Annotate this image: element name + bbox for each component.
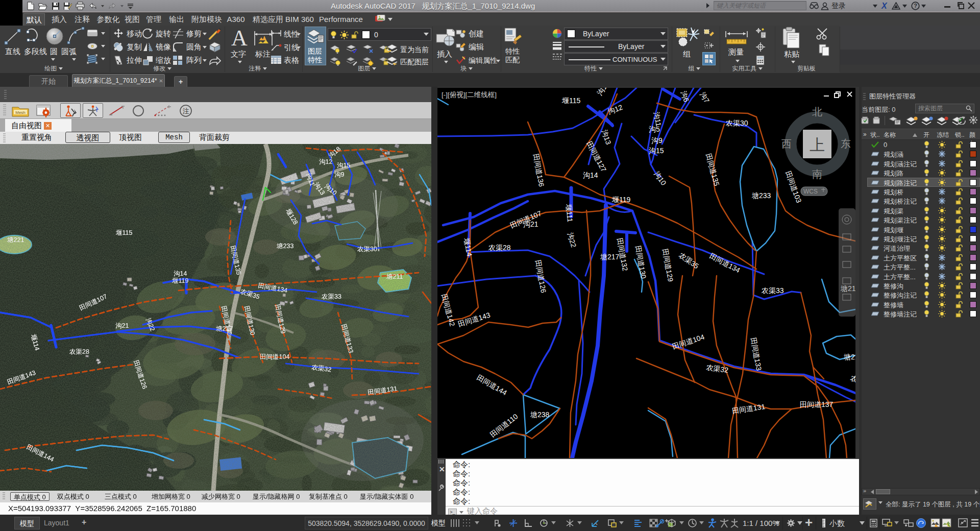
svg-text:田间道137: 田间道137 <box>800 400 834 408</box>
svg-text:沟12: 沟12 <box>319 158 332 165</box>
svg-text:注: 注 <box>183 107 189 115</box>
svg-text:塘217: 塘217 <box>600 253 620 261</box>
svg-text:东: 东 <box>841 138 851 149</box>
svg-text:农渠28: 农渠28 <box>488 244 511 252</box>
svg-text:WCS: WCS <box>803 188 818 195</box>
svg-text:塘238: 塘238 <box>530 411 550 419</box>
svg-text:农渠33: 农渠33 <box>761 286 784 295</box>
svg-text:沟14: 沟14 <box>174 270 187 277</box>
svg-text:南: 南 <box>812 168 822 180</box>
svg-text:田间道104: 田间道104 <box>260 353 289 360</box>
svg-text:?: ? <box>914 3 917 9</box>
svg-text:沟21: 沟21 <box>115 322 129 329</box>
svg-text:堰115: 堰115 <box>561 96 581 105</box>
svg-text:塘233: 塘233 <box>751 191 771 200</box>
svg-text:农渠30: 农渠30 <box>357 246 377 253</box>
svg-text:沟21: 沟21 <box>523 220 538 228</box>
svg-text:堰119: 堰119 <box>172 277 188 284</box>
svg-text:Mesh: Mesh <box>15 110 26 115</box>
svg-text:A: A <box>231 27 248 49</box>
svg-text:农渠33: 农渠33 <box>322 293 341 300</box>
svg-text:塘211: 塘211 <box>386 273 403 280</box>
svg-text:沟15: 沟15 <box>337 162 350 169</box>
svg-text:堰115: 堰115 <box>115 229 132 236</box>
svg-text:塘21: 塘21 <box>843 353 855 361</box>
svg-text:沟9: 沟9 <box>651 136 663 144</box>
svg-text:沟9: 沟9 <box>334 171 345 178</box>
svg-text:堰119: 堰119 <box>611 196 631 204</box>
svg-text:农渠30: 农渠30 <box>725 119 748 127</box>
svg-text:沟15: 沟15 <box>649 147 664 155</box>
svg-text:塘233: 塘233 <box>277 243 293 250</box>
svg-text:[-][俯视][二维线框]: [-][俯视][二维线框] <box>442 91 497 99</box>
svg-text:上: 上 <box>810 136 825 153</box>
svg-text:西: 西 <box>781 138 792 150</box>
svg-text:农渠28: 农渠28 <box>69 348 89 355</box>
svg-text:沟5: 沟5 <box>649 125 660 133</box>
svg-text:堰111: 堰111 <box>565 203 574 223</box>
svg-text:北: 北 <box>812 106 822 117</box>
svg-text:塘217: 塘217 <box>216 325 233 332</box>
svg-text:沟14: 沟14 <box>583 171 598 179</box>
svg-text:塘221: 塘221 <box>7 236 24 244</box>
